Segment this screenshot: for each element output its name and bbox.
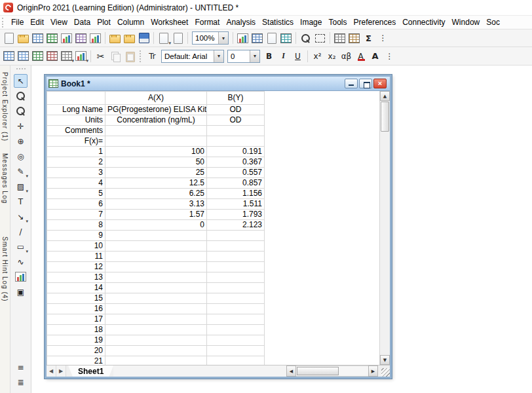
- insert-columns-icon[interactable]: [2, 49, 16, 63]
- sum-statistics-icon[interactable]: Σ: [362, 31, 375, 45]
- cell-b[interactable]: 0.367: [207, 157, 265, 168]
- toolbar-overflow-icon[interactable]: ⋮: [376, 31, 390, 45]
- insert-object-icon[interactable]: ▣: [14, 285, 28, 299]
- polyline-tool-icon[interactable]: ∿: [14, 255, 28, 269]
- restore-button[interactable]: [359, 79, 372, 88]
- cell-a[interactable]: [105, 126, 207, 136]
- new-workbook-icon[interactable]: [31, 31, 45, 45]
- scroll-left-icon[interactable]: ◀: [286, 365, 296, 377]
- cut-icon[interactable]: ✂: [94, 49, 107, 63]
- font-color-icon[interactable]: A: [354, 49, 368, 63]
- row-number[interactable]: 17: [47, 314, 105, 325]
- cell-a[interactable]: [105, 241, 207, 252]
- column-statistics-icon[interactable]: [45, 49, 59, 63]
- cell-b[interactable]: [207, 252, 265, 262]
- bold-icon[interactable]: B: [262, 49, 276, 63]
- new-function-plot-icon[interactable]: [88, 31, 102, 45]
- row-number[interactable]: 1: [47, 147, 105, 157]
- row-label[interactable]: Comments: [47, 126, 105, 136]
- close-button[interactable]: ×: [373, 79, 387, 88]
- menu-image[interactable]: Image: [297, 16, 325, 29]
- refresh-graph-icon[interactable]: [236, 31, 250, 45]
- zoom-in-icon[interactable]: [14, 89, 28, 103]
- menu-column[interactable]: Column: [114, 16, 147, 29]
- resize-grip[interactable]: [381, 368, 390, 377]
- new-folder-icon[interactable]: [16, 31, 30, 45]
- row-number[interactable]: 18: [47, 325, 105, 335]
- menu-statistics[interactable]: Statistics: [259, 16, 297, 29]
- cell-b[interactable]: [207, 314, 265, 325]
- greek-icon[interactable]: αβ: [339, 49, 353, 63]
- arrow-tool-icon[interactable]: ↘: [14, 210, 28, 223]
- cell-b[interactable]: [207, 231, 265, 241]
- cell-b[interactable]: 1.793: [207, 210, 265, 220]
- set-column-values-icon[interactable]: [31, 49, 45, 63]
- prev-sheet-icon[interactable]: ◀: [47, 365, 56, 377]
- row-number[interactable]: 12: [47, 262, 105, 272]
- sort-column-icon[interactable]: [60, 49, 73, 63]
- menu-soc[interactable]: Soc: [483, 16, 503, 29]
- row-number[interactable]: 3: [47, 168, 105, 178]
- screen-capture-icon[interactable]: [279, 31, 293, 45]
- cell-b[interactable]: 1.156: [207, 189, 265, 199]
- duplicate-window-icon[interactable]: [250, 31, 264, 45]
- font-family-combo[interactable]: Default: Arial▾: [161, 50, 224, 63]
- cell-a[interactable]: [105, 314, 207, 325]
- column-header-b[interactable]: B(Y): [207, 92, 265, 105]
- menu-format[interactable]: Format: [191, 16, 223, 29]
- book1-window[interactable]: Book1 * × A(X: [45, 75, 392, 379]
- cell-b[interactable]: OD: [207, 115, 265, 126]
- cell-a[interactable]: [105, 252, 207, 262]
- menu-tools[interactable]: Tools: [325, 16, 350, 29]
- annotation-icon[interactable]: ✎: [14, 164, 28, 178]
- dock-tab-3[interactable]: Smart Hint Log (4): [1, 235, 9, 303]
- cell-a[interactable]: [105, 231, 207, 241]
- dropdown-arrow-icon[interactable]: ▾: [214, 50, 223, 62]
- new-excel-icon[interactable]: [45, 31, 59, 45]
- cell-b[interactable]: 1.511: [207, 199, 265, 210]
- menu-plot[interactable]: Plot: [94, 16, 114, 29]
- insert-graph-icon[interactable]: [14, 270, 28, 284]
- dropdown-arrow-icon[interactable]: ▾: [250, 50, 259, 62]
- row-number[interactable]: 11: [47, 252, 105, 262]
- worksheet-query-icon[interactable]: [333, 31, 347, 45]
- row-number[interactable]: 6: [47, 199, 105, 210]
- zoom-level-combo[interactable]: 100%▾: [192, 31, 229, 45]
- cell-a[interactable]: [105, 262, 207, 272]
- horizontal-scroll-track[interactable]: [296, 365, 368, 377]
- row-label[interactable]: Units: [47, 115, 105, 126]
- next-sheet-icon[interactable]: ▶: [56, 365, 66, 377]
- horizontal-scroll-thumb[interactable]: [297, 367, 339, 375]
- object-manager-icon[interactable]: ≡: [14, 360, 28, 374]
- cell-a[interactable]: [105, 283, 207, 293]
- row-number[interactable]: 7: [47, 210, 105, 220]
- line-tool-icon[interactable]: /: [14, 225, 28, 238]
- dock-tab-2[interactable]: Messages Log: [1, 152, 9, 205]
- menu-connectivity[interactable]: Connectivity: [399, 16, 448, 29]
- menu-worksheet[interactable]: Worksheet: [147, 16, 191, 29]
- corner-cell[interactable]: [47, 92, 105, 105]
- cell-b[interactable]: [207, 293, 265, 304]
- copy-icon[interactable]: [108, 49, 122, 63]
- dropdown-arrow-icon[interactable]: ▾: [218, 32, 228, 44]
- menu-preferences[interactable]: Preferences: [350, 16, 399, 29]
- new-project-icon[interactable]: [2, 31, 16, 45]
- cell-b[interactable]: 0.191: [207, 147, 265, 157]
- cell-a[interactable]: [105, 325, 207, 335]
- cell-a[interactable]: 3.13: [105, 199, 207, 210]
- dock-tab-1[interactable]: Project Explorer (1): [1, 71, 9, 143]
- row-number[interactable]: 5: [47, 189, 105, 199]
- cell-a[interactable]: 0: [105, 220, 207, 231]
- cell-b[interactable]: 0.557: [207, 168, 265, 178]
- select-object-icon[interactable]: [313, 31, 327, 45]
- column-properties-icon[interactable]: [347, 31, 361, 45]
- cell-b[interactable]: [207, 346, 265, 356]
- cell-a[interactable]: PG(Progesterone) ELISA Kit: [105, 105, 207, 115]
- rectangle-tool-icon[interactable]: ▭: [14, 240, 28, 253]
- menu-view[interactable]: View: [47, 16, 71, 29]
- new-matrix-icon[interactable]: [74, 31, 88, 45]
- data-reader-icon[interactable]: ◎: [14, 149, 28, 163]
- row-number[interactable]: 2: [47, 157, 105, 168]
- cell-a[interactable]: [105, 272, 207, 283]
- cell-b[interactable]: [207, 283, 265, 293]
